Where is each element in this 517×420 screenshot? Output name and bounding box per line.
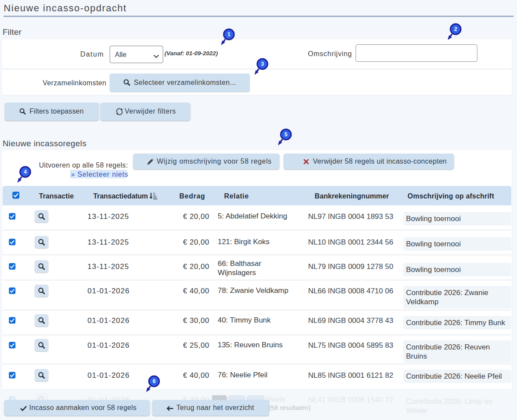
svg-text:3: 3 — [261, 61, 264, 67]
svg-text:6: 6 — [152, 379, 155, 385]
svg-text:4: 4 — [24, 169, 27, 175]
svg-text:1: 1 — [227, 31, 230, 37]
svg-text:5: 5 — [285, 132, 288, 138]
svg-text:2: 2 — [454, 27, 457, 33]
